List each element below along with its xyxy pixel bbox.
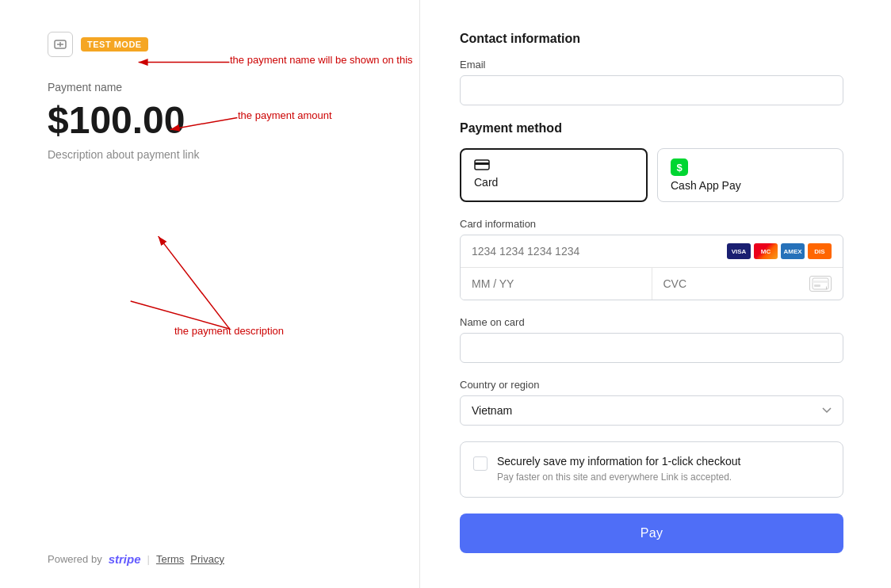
country-label: Country or region (460, 379, 843, 391)
svg-line-5 (159, 236, 230, 329)
name-on-card-input[interactable] (460, 333, 843, 363)
privacy-link[interactable]: Privacy (190, 553, 224, 565)
cash-app-method-btn[interactable]: $ Cash App Pay (657, 148, 843, 202)
left-panel: TEST MODE Payment name $100.00 Descripti… (0, 0, 420, 588)
email-input[interactable] (460, 75, 843, 105)
footer-divider: | (147, 553, 150, 565)
save-text-wrap: Securely save my information for 1-click… (497, 455, 740, 484)
discover-logo: DIS (808, 243, 832, 259)
pay-button[interactable]: Pay (460, 514, 843, 553)
card-cvc-input[interactable] (663, 277, 810, 290)
card-label: Card (474, 176, 498, 189)
visa-logo: VISA (727, 243, 751, 259)
cash-app-icon: $ (671, 158, 688, 176)
name-on-card-group: Name on card (460, 316, 843, 363)
payment-methods: Card $ Cash App Pay (460, 148, 843, 202)
save-checkbox-area[interactable]: Securely save my information for 1-click… (460, 441, 843, 498)
terms-link[interactable]: Terms (156, 553, 184, 565)
card-bottom-row: i (461, 268, 843, 300)
card-info-box: VISA MC AMEX DIS i (460, 235, 843, 300)
save-sublabel: Pay faster on this site and everywhere L… (497, 471, 740, 484)
card-method-btn[interactable]: Card (460, 148, 648, 202)
test-mode-icon (48, 32, 73, 57)
annotation-2: the payment amount (238, 109, 332, 121)
card-logos: VISA MC AMEX DIS (727, 243, 832, 259)
payment-method-title: Payment method (460, 121, 843, 136)
save-checkbox[interactable] (473, 456, 488, 471)
svg-rect-11 (813, 281, 828, 283)
amex-logo: AMEX (781, 243, 805, 259)
left-footer: Powered by stripe | Terms Privacy (48, 552, 224, 566)
payment-amount: $100.00 (48, 98, 388, 142)
annotation-3: the payment description (174, 325, 284, 337)
email-label: Email (460, 59, 843, 71)
contact-info-title: Contact information (460, 32, 843, 46)
card-info-label: Card information (460, 218, 843, 230)
payment-name-label: Payment name (48, 81, 388, 94)
save-label: Securely save my information for 1-click… (497, 455, 740, 468)
right-panel: Contact information Email Payment method… (420, 0, 891, 588)
cash-app-label: Cash App Pay (671, 179, 741, 192)
svg-rect-12 (814, 284, 820, 287)
annotation-1: the payment name will be shown on this (230, 54, 413, 66)
test-mode-badge: TEST MODE (81, 37, 148, 52)
card-number-row: VISA MC AMEX DIS (461, 235, 843, 268)
payment-description: Description about payment link (48, 148, 388, 161)
svg-text:i: i (826, 285, 827, 290)
name-on-card-label: Name on card (460, 316, 843, 328)
mastercard-logo: MC (754, 243, 778, 259)
stripe-logo: stripe (109, 552, 141, 566)
cvc-icon: i (809, 276, 832, 292)
card-icon (474, 159, 490, 173)
country-select[interactable]: Vietnam United States United Kingdom Aus… (460, 395, 843, 426)
svg-rect-9 (475, 162, 489, 165)
card-number-input[interactable] (472, 245, 727, 258)
country-group: Country or region Vietnam United States … (460, 379, 843, 426)
card-cvc-wrap: i (652, 268, 843, 300)
email-group: Email (460, 59, 843, 105)
card-info-group: Card information VISA MC AMEX DIS (460, 218, 843, 300)
card-expiry-input[interactable] (461, 268, 652, 300)
powered-by-text: Powered by (48, 553, 102, 565)
